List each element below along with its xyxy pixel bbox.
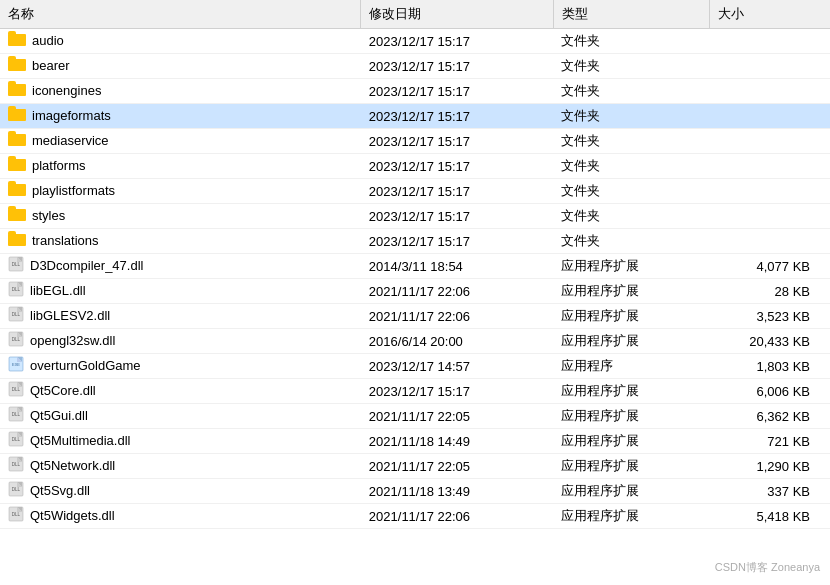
svg-rect-5 (8, 81, 16, 86)
file-type-cell: 应用程序扩展 (553, 479, 709, 504)
file-type-cell: 应用程序 (553, 354, 709, 379)
table-row[interactable]: DLL libEGL.dll2021/11/17 22:06应用程序扩展28 K… (0, 279, 830, 304)
file-name-cell: DLL Qt5Core.dll (0, 379, 300, 401)
svg-rect-7 (8, 106, 16, 111)
file-type-cell: 应用程序扩展 (553, 279, 709, 304)
table-row[interactable]: DLL Qt5Widgets.dll2021/11/17 22:06应用程序扩展… (0, 504, 830, 529)
table-row[interactable]: EXE overturnGoldGame2023/12/17 14:57应用程序… (0, 354, 830, 379)
dll-icon: DLL (8, 406, 26, 422)
file-name-cell: audio (0, 29, 300, 51)
file-date-cell: 2021/11/17 22:06 (361, 304, 553, 329)
file-name-cell: DLL Qt5Multimedia.dll (0, 429, 300, 451)
file-name-text: overturnGoldGame (30, 358, 141, 373)
file-type-cell: 应用程序扩展 (553, 254, 709, 279)
file-type-cell: 应用程序扩展 (553, 454, 709, 479)
table-row[interactable]: styles2023/12/17 15:17文件夹 (0, 204, 830, 229)
file-name-cell: DLL Qt5Svg.dll (0, 479, 300, 501)
file-list-table: 名称 修改日期 类型 大小 audio2023/12/17 15:17文件夹 b… (0, 0, 830, 529)
table-row[interactable]: imageformats2023/12/17 15:17文件夹 (0, 104, 830, 129)
file-name-text: libEGL.dll (30, 283, 86, 298)
file-size-cell (710, 229, 830, 254)
file-date-cell: 2023/12/17 15:17 (361, 379, 553, 404)
table-row[interactable]: DLL Qt5Gui.dll2021/11/17 22:05应用程序扩展6,36… (0, 404, 830, 429)
file-name-cell: bearer (0, 54, 300, 76)
file-size-cell: 6,362 KB (710, 404, 830, 429)
file-date-cell: 2021/11/18 13:49 (361, 479, 553, 504)
table-row[interactable]: DLL libGLESV2.dll2021/11/17 22:06应用程序扩展3… (0, 304, 830, 329)
header-name[interactable]: 名称 (0, 0, 361, 29)
file-name-text: Qt5Gui.dll (30, 408, 88, 423)
file-name-cell: DLL D3Dcompiler_47.dll (0, 254, 300, 276)
table-row[interactable]: DLL Qt5Svg.dll2021/11/18 13:49应用程序扩展337 … (0, 479, 830, 504)
file-name-cell: mediaservice (0, 129, 300, 151)
table-row[interactable]: translations2023/12/17 15:17文件夹 (0, 229, 830, 254)
table-row[interactable]: mediaservice2023/12/17 15:17文件夹 (0, 129, 830, 154)
table-row[interactable]: DLL D3Dcompiler_47.dll2014/3/11 18:54应用程… (0, 254, 830, 279)
table-row[interactable]: DLL Qt5Network.dll2021/11/17 22:05应用程序扩展… (0, 454, 830, 479)
file-type-cell: 文件夹 (553, 204, 709, 229)
watermark-text: CSDN博客 Zoneanya (715, 560, 820, 575)
file-size-cell (710, 129, 830, 154)
file-type-cell: 文件夹 (553, 79, 709, 104)
folder-icon (8, 231, 26, 246)
folder-icon (8, 131, 26, 146)
file-size-cell (710, 179, 830, 204)
file-name-text: libGLESV2.dll (30, 308, 110, 323)
file-size-cell: 20,433 KB (710, 329, 830, 354)
file-size-cell: 6,006 KB (710, 379, 830, 404)
svg-text:DLL: DLL (12, 312, 21, 317)
dll-icon: DLL (8, 456, 26, 472)
svg-rect-15 (8, 206, 16, 211)
file-type-cell: 文件夹 (553, 129, 709, 154)
folder-icon (8, 106, 26, 121)
file-date-cell: 2014/3/11 18:54 (361, 254, 553, 279)
table-row[interactable]: DLL Qt5Multimedia.dll2021/11/18 14:49应用程… (0, 429, 830, 454)
file-date-cell: 2023/12/17 15:17 (361, 104, 553, 129)
svg-rect-9 (8, 131, 16, 136)
file-name-cell: EXE overturnGoldGame (0, 354, 300, 376)
file-type-cell: 文件夹 (553, 154, 709, 179)
file-name-cell: styles (0, 204, 300, 226)
header-type[interactable]: 类型 (553, 0, 709, 29)
table-row[interactable]: audio2023/12/17 15:17文件夹 (0, 29, 830, 54)
table-row[interactable]: DLL opengl32sw.dll2016/6/14 20:00应用程序扩展2… (0, 329, 830, 354)
exe-icon: EXE (8, 356, 26, 372)
file-date-cell: 2016/6/14 20:00 (361, 329, 553, 354)
file-date-cell: 2021/11/17 22:06 (361, 279, 553, 304)
file-name-text: Qt5Multimedia.dll (30, 433, 130, 448)
header-size[interactable]: 大小 (710, 0, 830, 29)
file-size-cell (710, 54, 830, 79)
svg-text:DLL: DLL (12, 487, 21, 492)
svg-rect-11 (8, 156, 16, 161)
table-row[interactable]: iconengines2023/12/17 15:17文件夹 (0, 79, 830, 104)
file-name-cell: translations (0, 229, 300, 251)
file-name-cell: DLL opengl32sw.dll (0, 329, 300, 351)
dll-icon: DLL (8, 331, 26, 347)
file-name-cell: DLL libEGL.dll (0, 279, 300, 301)
file-name-text: D3Dcompiler_47.dll (30, 258, 143, 273)
file-name-cell: DLL Qt5Gui.dll (0, 404, 300, 426)
file-date-cell: 2023/12/17 15:17 (361, 79, 553, 104)
header-date[interactable]: 修改日期 (361, 0, 553, 29)
svg-text:DLL: DLL (12, 337, 21, 342)
table-row[interactable]: platforms2023/12/17 15:17文件夹 (0, 154, 830, 179)
svg-rect-13 (8, 181, 16, 186)
file-date-cell: 2023/12/17 15:17 (361, 179, 553, 204)
folder-icon (8, 206, 26, 221)
table-row[interactable]: playlistformats2023/12/17 15:17文件夹 (0, 179, 830, 204)
file-size-cell (710, 154, 830, 179)
folder-icon (8, 31, 26, 46)
file-name-cell: DLL Qt5Network.dll (0, 454, 300, 476)
table-row[interactable]: DLL Qt5Core.dll2023/12/17 15:17应用程序扩展6,0… (0, 379, 830, 404)
svg-text:DLL: DLL (12, 412, 21, 417)
dll-icon: DLL (8, 506, 26, 522)
dll-icon: DLL (8, 481, 26, 497)
file-name-text: bearer (32, 58, 70, 73)
file-name-text: iconengines (32, 83, 101, 98)
table-row[interactable]: bearer2023/12/17 15:17文件夹 (0, 54, 830, 79)
file-type-cell: 应用程序扩展 (553, 429, 709, 454)
file-date-cell: 2023/12/17 15:17 (361, 129, 553, 154)
file-name-text: translations (32, 233, 98, 248)
file-name-text: mediaservice (32, 133, 109, 148)
file-size-cell: 5,418 KB (710, 504, 830, 529)
